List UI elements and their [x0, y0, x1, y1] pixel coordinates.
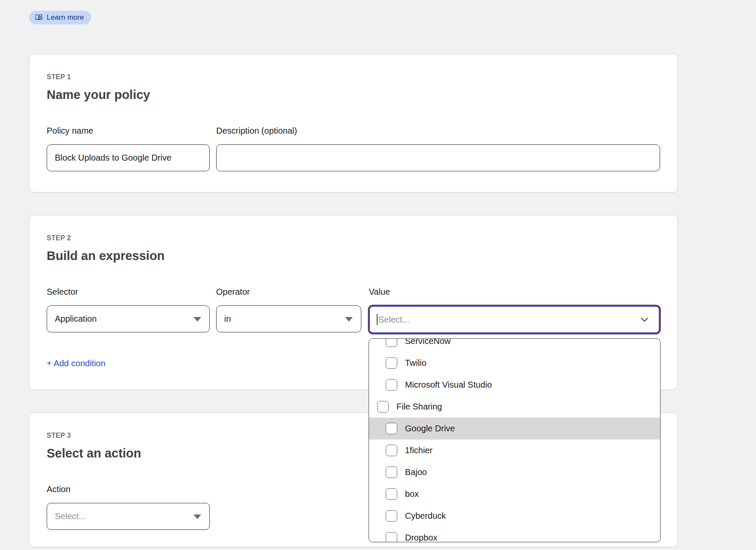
book-icon — [35, 14, 43, 21]
expression-row: Selector Application Operator in Value S… — [47, 287, 660, 334]
checkbox-icon[interactable] — [386, 379, 397, 391]
dropdown-option-row[interactable]: 1fichier — [369, 439, 660, 461]
selector-label: Selector — [47, 287, 210, 297]
action-placeholder: Select... — [55, 511, 86, 521]
dropdown-option-row[interactable]: Google Drive — [369, 418, 660, 439]
step1-card: STEP 1 Name your policy Policy name Desc… — [29, 54, 678, 192]
action-field: Action Select... — [47, 484, 210, 530]
policy-name-input[interactable] — [47, 144, 210, 171]
operator-label: Operator — [216, 287, 362, 297]
dropdown-option-row[interactable]: Cyberduck — [369, 505, 660, 527]
option-label: Google Drive — [405, 424, 455, 433]
selector-select[interactable]: Application — [47, 305, 210, 332]
checkbox-icon[interactable] — [386, 423, 397, 434]
action-select[interactable]: Select... — [47, 503, 210, 530]
description-label: Description (optional) — [216, 126, 660, 136]
policy-name-label: Policy name — [47, 126, 210, 136]
operator-select[interactable]: in — [216, 305, 362, 332]
value-dropdown-list: ServiceNow Twilio Microsoft Visual Studi… — [369, 338, 660, 542]
checkbox-icon[interactable] — [386, 488, 397, 500]
step1-eyebrow: STEP 1 — [47, 73, 660, 81]
value-dropdown-panel: ServiceNow Twilio Microsoft Visual Studi… — [369, 338, 661, 542]
checkbox-icon[interactable] — [386, 510, 397, 522]
description-field: Description (optional) — [216, 126, 660, 171]
step2-eyebrow: STEP 2 — [47, 234, 660, 242]
checkbox-icon[interactable] — [386, 445, 397, 456]
dropdown-triangle-icon — [193, 514, 201, 519]
dropdown-triangle-icon — [193, 317, 201, 322]
dropdown-triangle-icon — [345, 317, 353, 322]
selector-field: Selector Application — [47, 287, 210, 334]
checkbox-icon[interactable] — [386, 532, 397, 542]
option-label: Dropbox — [405, 533, 438, 542]
action-label: Action — [47, 484, 210, 494]
option-label: 1fichier — [405, 445, 432, 455]
option-label: ServiceNow — [405, 338, 451, 346]
add-condition-link[interactable]: + Add condition — [47, 359, 105, 368]
selector-value: Application — [55, 314, 97, 324]
dropdown-option-row[interactable]: Dropbox — [369, 527, 660, 542]
step2-title: Build an expression — [47, 248, 660, 263]
dropdown-option-row[interactable]: ServiceNow — [369, 338, 660, 352]
option-label: File Sharing — [396, 402, 442, 412]
checkbox-icon[interactable] — [386, 466, 397, 478]
option-label: Microsoft Visual Studio — [405, 380, 492, 390]
value-label: Value — [369, 287, 660, 297]
learn-more-label: Learn more — [47, 13, 84, 22]
dropdown-option-row[interactable]: Twilio — [369, 352, 660, 374]
value-placeholder: Select... — [378, 315, 409, 325]
option-label: box — [405, 489, 419, 499]
learn-more-button[interactable]: Learn more — [29, 11, 91, 24]
operator-field: Operator in — [216, 287, 362, 334]
policy-builder-page: Learn more STEP 1 Name your policy Polic… — [0, 0, 756, 550]
checkbox-icon[interactable] — [386, 338, 397, 347]
description-input[interactable] — [216, 144, 660, 171]
chevron-down-icon[interactable] — [639, 314, 650, 326]
checkbox-icon[interactable] — [386, 357, 397, 369]
step1-fields: Policy name Description (optional) — [47, 126, 660, 171]
dropdown-option-row[interactable]: box — [369, 483, 660, 505]
dropdown-option-row[interactable]: File Sharing — [369, 396, 660, 418]
step1-title: Name your policy — [47, 87, 660, 102]
option-label: Twilio — [405, 358, 426, 368]
checkbox-icon[interactable] — [377, 401, 389, 412]
dropdown-option-row[interactable]: Microsoft Visual Studio — [369, 374, 660, 396]
option-label: Bajoo — [405, 467, 427, 477]
value-combobox[interactable]: Select... — [369, 305, 660, 334]
option-label: Cyberduck — [405, 511, 446, 521]
text-caret — [377, 314, 378, 325]
dropdown-option-row[interactable]: Bajoo — [369, 461, 660, 483]
policy-name-field: Policy name — [47, 126, 210, 171]
operator-value: in — [224, 314, 231, 324]
value-field: Value Select... — [369, 287, 660, 334]
